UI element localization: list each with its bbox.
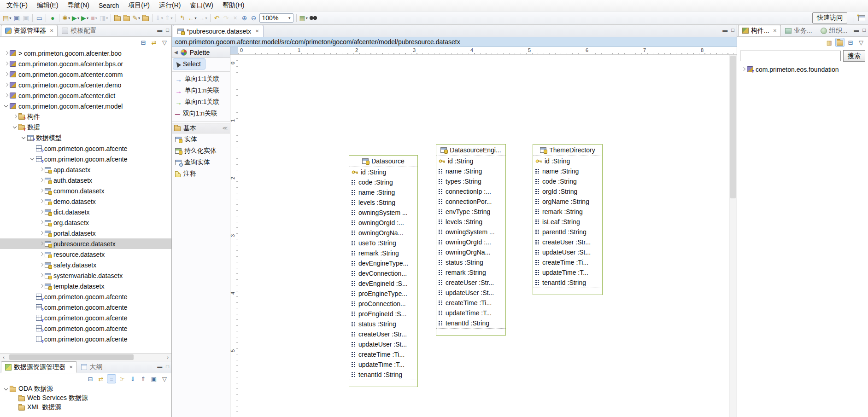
- entity-datasourceengi[interactable]: DatasourceEngi...id :Stringname :Stringt…: [436, 144, 506, 336]
- run-icon[interactable]: ▶▾: [71, 13, 80, 23]
- menu-item[interactable]: 文件(F): [2, 0, 32, 11]
- tree-item[interactable]: com.primeton.gocom.afcente: [0, 302, 171, 313]
- entity-field[interactable]: tenantId :String: [436, 318, 505, 328]
- maximize-panel-icon[interactable]: □: [166, 28, 169, 33]
- tab-pubresource-datasetx[interactable]: *pubresource.datasetx ✕: [173, 25, 264, 37]
- entity-field[interactable]: owningOrgId :...: [349, 218, 417, 228]
- entity-field[interactable]: owningSystem ...: [436, 227, 505, 237]
- entity-field[interactable]: owningSystem ...: [349, 208, 417, 218]
- import-icon[interactable]: ⇓: [128, 374, 137, 383]
- tree-item[interactable]: com.primeton.gocom.afcente: [0, 143, 171, 154]
- scroll-left-icon[interactable]: ‹: [0, 353, 7, 361]
- palette-note-tool[interactable]: 注释: [173, 168, 200, 180]
- undo-icon[interactable]: ↶: [212, 13, 222, 23]
- tab-organization[interactable]: 组织...: [816, 25, 852, 36]
- menu-item[interactable]: 项目(P): [123, 0, 154, 11]
- entity-field[interactable]: connectionIp :...: [436, 186, 505, 197]
- open-perspective-button[interactable]: [857, 13, 866, 23]
- entity-field[interactable]: createTime :Ti...: [533, 257, 602, 267]
- entity-field[interactable]: id :String: [436, 156, 505, 166]
- link-with-editor-icon[interactable]: ⇄: [149, 38, 158, 47]
- entity-field[interactable]: tenantId :String: [349, 370, 417, 380]
- entity-field[interactable]: createUser :Str...: [533, 237, 602, 247]
- entity-header[interactable]: ThemeDirectory: [533, 145, 602, 156]
- open-type-folder-icon[interactable]: [141, 13, 150, 23]
- minimize-panel-icon[interactable]: ▬: [854, 28, 859, 33]
- palette-section-basic[interactable]: 基本 ≪: [172, 123, 230, 133]
- tree-item[interactable]: demo.datasetx: [0, 196, 171, 207]
- palette-select-tool[interactable]: Select: [173, 58, 205, 70]
- entity-field[interactable]: updateTime :T...: [349, 359, 417, 370]
- find-icon[interactable]: [309, 13, 318, 23]
- collapse-all-icon[interactable]: ⊟: [846, 38, 855, 47]
- tree-item[interactable]: com.primeton.gocom.afcente: [0, 291, 171, 302]
- tree-item[interactable]: com.primeton.gocom.afcenter.dict: [0, 90, 171, 101]
- entity-field[interactable]: orgName :String: [533, 197, 602, 207]
- entity-field[interactable]: createTime :Ti...: [436, 298, 505, 308]
- entity-field[interactable]: status :String: [436, 257, 505, 267]
- palette-entity-tool[interactable]: 实体: [173, 134, 201, 145]
- view-menu-icon[interactable]: ▽: [856, 38, 866, 47]
- entity-field[interactable]: remark :String: [533, 207, 602, 217]
- view-menu-icon[interactable]: ▽: [160, 38, 169, 47]
- entity-field[interactable]: updateUser :St...: [533, 247, 602, 257]
- tree-item[interactable]: ODA 数据源: [0, 384, 171, 394]
- menu-item[interactable]: 运行(R): [154, 0, 185, 11]
- entity-header[interactable]: Datasource: [349, 156, 417, 167]
- menu-item[interactable]: 编辑(E): [32, 0, 63, 11]
- tab-resource-explorer[interactable]: 资源管理器✕: [1, 25, 58, 36]
- collapse-all-icon[interactable]: ⊟: [139, 38, 148, 47]
- entity-field[interactable]: name :String: [533, 166, 602, 176]
- back-icon[interactable]: ←▾: [187, 13, 198, 23]
- tree-item[interactable]: org.datasetx: [0, 217, 171, 228]
- palette-relation-tool[interactable]: →单向n:1关联: [173, 97, 223, 108]
- tree-item[interactable]: com.primeton.eos.foundation: [737, 64, 868, 75]
- minimize-panel-icon[interactable]: ▬: [157, 364, 162, 369]
- palette-header[interactable]: ◀ Palette: [172, 47, 230, 58]
- tree-item[interactable]: com.primeton.gocom.afcente: [0, 323, 171, 334]
- tree-item[interactable]: template.datasetx: [0, 281, 171, 291]
- debug-icon[interactable]: ✱▾: [61, 13, 71, 23]
- maximize-editor-icon[interactable]: □: [731, 28, 734, 33]
- entity-field[interactable]: createUser :Str...: [349, 329, 417, 339]
- palette-relation-tool[interactable]: →单向1:1关联: [173, 74, 223, 85]
- entity-field[interactable]: devEngineId :S...: [349, 278, 417, 289]
- entity-field[interactable]: updateUser :St...: [349, 339, 417, 349]
- tree-item[interactable]: 构件: [0, 111, 171, 122]
- link-with-editor-icon[interactable]: ⇄: [96, 374, 106, 383]
- tab-outline[interactable]: 大纲: [77, 361, 106, 373]
- tree-item[interactable]: auth.datasetx: [0, 175, 171, 185]
- entity-field[interactable]: useTo :String: [349, 238, 417, 248]
- tree-item[interactable]: com.primeton.gocom.afcente: [0, 334, 171, 344]
- palette-relation-tool[interactable]: →单向1:n关联: [173, 85, 223, 96]
- eos-server-icon[interactable]: ●: [48, 13, 57, 23]
- diagram-canvas[interactable]: Datasourceid :Stringcode :Stringname :St…: [238, 55, 729, 417]
- close-tab-icon[interactable]: ✕: [773, 28, 777, 33]
- tree-item[interactable]: systemvariable.datasetx: [0, 270, 171, 281]
- menu-item[interactable]: 帮助(H): [218, 0, 249, 11]
- maximize-panel-icon[interactable]: □: [166, 364, 169, 369]
- tree-item[interactable]: com.primeton.gocom.afcenter.model: [0, 101, 171, 111]
- import-library-icon[interactable]: ▥: [825, 38, 834, 47]
- entity-field[interactable]: parentId :String: [533, 227, 602, 237]
- tree-item[interactable]: com.primeton.gocom.afcenter.demo: [0, 80, 171, 90]
- entity-field[interactable]: levels :String: [436, 217, 505, 227]
- entity-field[interactable]: id :String: [533, 156, 602, 166]
- entity-field[interactable]: proEngineId :S...: [349, 309, 417, 319]
- scrollbar-thumb[interactable]: [730, 56, 736, 198]
- entity-field[interactable]: code :String: [349, 177, 417, 187]
- close-tab-icon[interactable]: ✕: [69, 365, 73, 370]
- menu-item[interactable]: 导航(N): [63, 0, 94, 11]
- save-layout-icon[interactable]: ▣: [149, 374, 158, 383]
- entity-field[interactable]: remark :String: [349, 248, 417, 258]
- console-icon[interactable]: ▭: [35, 13, 44, 23]
- horizontal-scrollbar[interactable]: ‹ ›: [0, 353, 171, 361]
- entity-field[interactable]: owningOrgNa...: [349, 228, 417, 238]
- entity-field[interactable]: id :String: [349, 167, 417, 177]
- entity-field[interactable]: remark :String: [436, 267, 505, 278]
- entity-field[interactable]: levels :String: [349, 197, 417, 208]
- tree-item[interactable]: XML 数据源: [0, 403, 171, 412]
- tree-item[interactable]: com.primeton.gocom.afcente: [0, 154, 171, 164]
- pin-palette-icon[interactable]: ≪: [222, 125, 228, 131]
- palette-persist-entity-tool[interactable]: 持久化实体: [173, 145, 221, 156]
